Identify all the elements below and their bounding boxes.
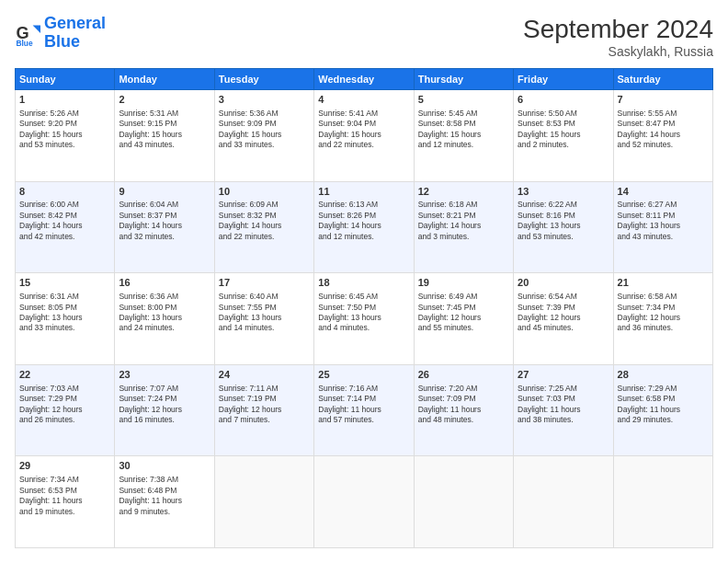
table-row <box>314 456 414 548</box>
day-info-line: Daylight: 12 hours <box>219 405 310 415</box>
day-info-line: Sunrise: 5:41 AM <box>318 109 409 119</box>
table-row: 9Sunrise: 6:04 AMSunset: 8:37 PMDaylight… <box>115 181 214 273</box>
day-info-line: Sunset: 7:14 PM <box>318 394 409 404</box>
day-info-line: and 32 minutes. <box>119 232 210 242</box>
day-number: 24 <box>219 368 310 382</box>
table-row: 25Sunrise: 7:16 AMSunset: 7:14 PMDayligh… <box>314 364 414 456</box>
day-info-line: Sunset: 7:39 PM <box>518 303 609 313</box>
day-info-line: Daylight: 13 hours <box>618 221 709 231</box>
day-info-line: Daylight: 11 hours <box>418 405 509 415</box>
table-row: 10Sunrise: 6:09 AMSunset: 8:32 PMDayligh… <box>214 181 313 273</box>
day-number: 1 <box>19 93 110 107</box>
calendar-table: Sunday Monday Tuesday Wednesday Thursday… <box>15 68 713 548</box>
day-info-line: Sunrise: 6:49 AM <box>418 292 509 302</box>
day-info-line: and 53 minutes. <box>19 140 110 150</box>
day-info-line: Sunset: 8:05 PM <box>19 303 110 313</box>
day-info-line: Sunrise: 6:40 AM <box>219 292 310 302</box>
day-info-line: and 22 minutes. <box>318 140 409 150</box>
table-row: 21Sunrise: 6:58 AMSunset: 7:34 PMDayligh… <box>613 273 712 365</box>
day-info-line: Sunrise: 5:50 AM <box>518 109 609 119</box>
day-number: 5 <box>418 93 509 107</box>
day-info-line: Daylight: 15 hours <box>119 130 210 140</box>
day-number: 10 <box>219 185 310 199</box>
logo: G Blue General Blue <box>15 15 106 52</box>
day-info-line: Sunset: 8:26 PM <box>318 211 409 221</box>
day-info-line: Daylight: 14 hours <box>19 221 110 231</box>
logo-icon: G Blue <box>15 20 40 46</box>
day-number: 16 <box>119 276 210 290</box>
table-row: 15Sunrise: 6:31 AMSunset: 8:05 PMDayligh… <box>16 273 115 365</box>
day-info-line: Daylight: 11 hours <box>618 405 709 415</box>
day-info-line: Sunrise: 7:16 AM <box>318 384 409 394</box>
header: G Blue General Blue September 2024 Sasky… <box>15 15 713 59</box>
day-info-line: Daylight: 14 hours <box>219 221 310 231</box>
day-info-line: Sunrise: 5:55 AM <box>618 109 709 119</box>
day-number: 8 <box>19 185 110 199</box>
day-number: 23 <box>119 368 210 382</box>
day-info-line: Sunrise: 7:20 AM <box>418 384 509 394</box>
day-number: 2 <box>119 93 210 107</box>
day-number: 6 <box>518 93 609 107</box>
table-row: 12Sunrise: 6:18 AMSunset: 8:21 PMDayligh… <box>414 181 513 273</box>
table-row: 13Sunrise: 6:22 AMSunset: 8:16 PMDayligh… <box>514 181 613 273</box>
calendar-week-row: 8Sunrise: 6:00 AMSunset: 8:42 PMDaylight… <box>16 181 713 273</box>
day-info-line: Sunset: 7:24 PM <box>119 394 210 404</box>
day-number: 12 <box>418 185 509 199</box>
day-info-line: Sunrise: 7:11 AM <box>219 384 310 394</box>
day-info-line: Daylight: 12 hours <box>418 313 509 323</box>
day-info-line: Daylight: 15 hours <box>518 130 609 140</box>
table-row: 3Sunrise: 5:36 AMSunset: 9:09 PMDaylight… <box>214 90 313 182</box>
day-info-line: Sunrise: 6:22 AM <box>518 200 609 210</box>
day-info-line: and 53 minutes. <box>518 232 609 242</box>
page: G Blue General Blue September 2024 Sasky… <box>0 0 728 563</box>
table-row: 20Sunrise: 6:54 AMSunset: 7:39 PMDayligh… <box>514 273 613 365</box>
day-info-line: and 22 minutes. <box>219 232 310 242</box>
day-info-line: Sunrise: 5:36 AM <box>219 109 310 119</box>
svg-text:Blue: Blue <box>16 39 32 46</box>
day-info-line: Daylight: 11 hours <box>518 405 609 415</box>
day-info-line: and 33 minutes. <box>19 323 110 333</box>
day-info-line: and 14 minutes. <box>219 323 310 333</box>
day-info-line: Sunset: 8:37 PM <box>119 211 210 221</box>
day-number: 7 <box>618 93 709 107</box>
day-info-line: and 4 minutes. <box>318 323 409 333</box>
day-info-line: Sunrise: 7:29 AM <box>618 384 709 394</box>
day-info-line: Sunrise: 6:18 AM <box>418 200 509 210</box>
day-number: 30 <box>119 459 210 473</box>
day-info-line: Sunset: 7:09 PM <box>418 394 509 404</box>
day-info-line: and 12 minutes. <box>318 232 409 242</box>
main-title: September 2024 <box>523 15 713 44</box>
day-number: 18 <box>318 276 409 290</box>
calendar-week-row: 1Sunrise: 5:26 AMSunset: 9:20 PMDaylight… <box>16 90 713 182</box>
table-row <box>613 456 712 548</box>
table-row <box>214 456 313 548</box>
day-info-line: Sunset: 9:15 PM <box>119 119 210 129</box>
day-info-line: Daylight: 13 hours <box>518 221 609 231</box>
day-info-line: and 55 minutes. <box>418 323 509 333</box>
col-friday: Friday <box>514 69 613 90</box>
day-number: 27 <box>518 368 609 382</box>
day-info-line: Sunset: 8:16 PM <box>518 211 609 221</box>
day-info-line: and 36 minutes. <box>618 323 709 333</box>
day-info-line: Sunrise: 7:38 AM <box>119 475 210 485</box>
day-info-line: Sunset: 8:42 PM <box>19 211 110 221</box>
day-info-line: Daylight: 12 hours <box>518 313 609 323</box>
table-row: 1Sunrise: 5:26 AMSunset: 9:20 PMDaylight… <box>16 90 115 182</box>
day-info-line: Sunset: 8:53 PM <box>518 119 609 129</box>
day-info-line: and 29 minutes. <box>618 415 709 425</box>
day-info-line: Daylight: 15 hours <box>219 130 310 140</box>
day-info-line: Daylight: 14 hours <box>418 221 509 231</box>
day-info-line: and 26 minutes. <box>19 415 110 425</box>
day-info-line: Daylight: 11 hours <box>119 496 210 506</box>
day-info-line: Sunrise: 5:45 AM <box>418 109 509 119</box>
day-info-line: Sunrise: 6:00 AM <box>19 200 110 210</box>
day-number: 22 <box>19 368 110 382</box>
title-block: September 2024 Saskylakh, Russia <box>523 15 713 59</box>
day-info-line: and 38 minutes. <box>518 415 609 425</box>
day-info-line: Daylight: 15 hours <box>418 130 509 140</box>
day-info-line: Daylight: 13 hours <box>318 313 409 323</box>
day-info-line: and 12 minutes. <box>418 140 509 150</box>
table-row: 8Sunrise: 6:00 AMSunset: 8:42 PMDaylight… <box>16 181 115 273</box>
day-info-line: Sunset: 9:09 PM <box>219 119 310 129</box>
table-row: 22Sunrise: 7:03 AMSunset: 7:29 PMDayligh… <box>16 364 115 456</box>
